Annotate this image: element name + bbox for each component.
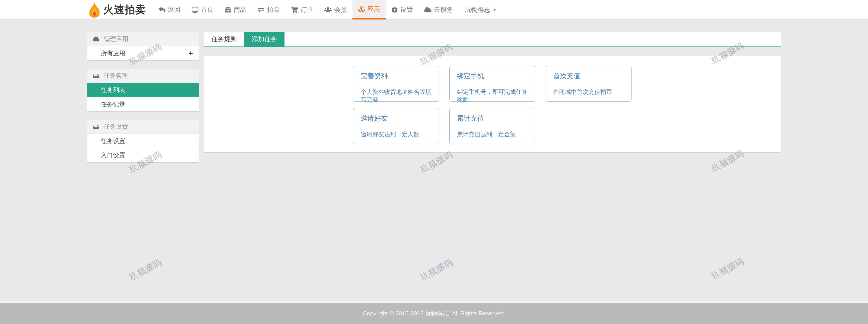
panel-header-task-manage: 任务管理: [87, 69, 199, 83]
sidebar-item-entry-setting[interactable]: 入口设置: [87, 148, 199, 163]
cloud-icon: [93, 36, 99, 42]
reply-icon: [159, 7, 165, 13]
users-icon: [324, 7, 332, 13]
gear-icon: [392, 7, 398, 13]
sidebar-panel-task-manage: 任务管理 任务列表 任务记录: [87, 69, 199, 111]
user-dropdown[interactable]: 玩物得志 ▾: [465, 0, 496, 20]
panel-header-task-settings: 任务设置: [87, 120, 199, 134]
card-title: 邀请好友: [361, 114, 432, 123]
watermark: 玖福源码: [127, 257, 164, 283]
watermark: 玖福源码: [418, 257, 455, 283]
tab-task-rules[interactable]: 任务规则: [204, 32, 244, 47]
card-title: 首次充值: [553, 71, 624, 81]
watermark: 玖福源码: [709, 255, 746, 282]
sidebar-panel-manage-apps: 管理应用 所有应用 +: [87, 32, 199, 60]
top-navbar: 火速拍卖 返回 首页 商品 拍卖: [0, 0, 868, 20]
nav-item-settings[interactable]: 设置: [386, 0, 418, 20]
nav-item-auction[interactable]: 拍卖: [252, 0, 285, 20]
tab-add-task[interactable]: 添加任务: [244, 32, 284, 47]
card-title: 绑定手机: [457, 71, 528, 81]
card-title: 累计充值: [457, 114, 528, 123]
card-description: 在商城中首次充值拍币: [553, 88, 624, 96]
panel-header-manage-apps: 管理应用: [87, 32, 199, 46]
nav-item-cloud-service[interactable]: 云服务: [418, 0, 459, 20]
inbox-icon: [93, 124, 99, 129]
card-title: 完善资料: [361, 71, 432, 81]
nav-item-home[interactable]: 首页: [186, 0, 219, 20]
card-description: 邀请好友达到一定人数: [361, 130, 432, 138]
nav-item-back[interactable]: 返回: [153, 0, 186, 20]
main-content: 任务规则 添加任务 完善资料 个人资料收货地址姓名等填写完整 绑定手机 绑定手机…: [204, 32, 781, 152]
sidebar-item-task-list[interactable]: 任务列表: [87, 83, 199, 97]
card-description: 绑定手机号，即可完成任务奖励: [457, 88, 528, 104]
card-description: 个人资料收货地址姓名等填写完整: [361, 88, 432, 104]
tab-bar: 任务规则 添加任务: [204, 32, 781, 47]
sidebar-item-task-records[interactable]: 任务记录: [87, 97, 199, 111]
cubes-icon: [358, 6, 365, 12]
cloud-icon: [424, 7, 432, 13]
cart-icon: [291, 7, 298, 13]
copyright-text: Copyright © 2015-2018 玩物得志. All Rights R…: [363, 310, 505, 317]
card-description: 累计充值达到一定金额: [457, 130, 528, 138]
nav-item-goods[interactable]: 商品: [219, 0, 252, 20]
task-card-total-recharge[interactable]: 累计充值 累计充值达到一定金额: [450, 108, 535, 144]
exchange-icon: [258, 7, 265, 13]
nav-item-apps[interactable]: 应用: [352, 0, 386, 20]
caret-down-icon: ▾: [493, 7, 496, 13]
user-name: 玩物得志: [465, 5, 490, 14]
task-card-complete-profile[interactable]: 完善资料 个人资料收货地址姓名等填写完整: [353, 66, 439, 101]
brand-logo[interactable]: 火速拍卖: [88, 0, 146, 20]
sidebar-item-all-apps[interactable]: 所有应用 +: [87, 46, 199, 60]
main-nav: 返回 首页 商品 拍卖 订单: [153, 0, 459, 20]
flame-logo-icon: [88, 2, 101, 18]
task-cards-grid: 完善资料 个人资料收货地址姓名等填写完整 绑定手机 绑定手机号，即可完成任务奖励…: [353, 66, 631, 144]
task-card-first-recharge[interactable]: 首次充值 在商城中首次充值拍币: [546, 66, 631, 101]
nav-item-members[interactable]: 会员: [319, 0, 352, 20]
gift-icon: [225, 7, 231, 13]
sidebar-item-task-setting[interactable]: 任务设置: [87, 134, 199, 148]
sidebar-panel-task-settings: 任务设置 任务设置 入口设置: [87, 120, 199, 163]
task-card-invite-friends[interactable]: 邀请好友 邀请好友达到一定人数: [353, 108, 439, 144]
watermark: 玖福源码: [418, 149, 455, 175]
sidebar: 管理应用 所有应用 + 任务管理 任务列表 任务记录 任务设置 任务设置: [87, 32, 199, 171]
task-card-bind-phone[interactable]: 绑定手机 绑定手机号，即可完成任务奖励: [450, 66, 535, 101]
brand-title: 火速拍卖: [103, 3, 146, 17]
nav-item-orders[interactable]: 订单: [285, 0, 319, 20]
plus-icon[interactable]: +: [188, 50, 193, 57]
inbox-icon: [93, 73, 99, 79]
task-options-panel: 完善资料 个人资料收货地址姓名等填写完整 绑定手机 绑定手机号，即可完成任务奖励…: [204, 56, 781, 152]
page-footer: Copyright © 2015-2018 玩物得志. All Rights R…: [0, 301, 868, 324]
desktop-icon: [192, 7, 198, 13]
